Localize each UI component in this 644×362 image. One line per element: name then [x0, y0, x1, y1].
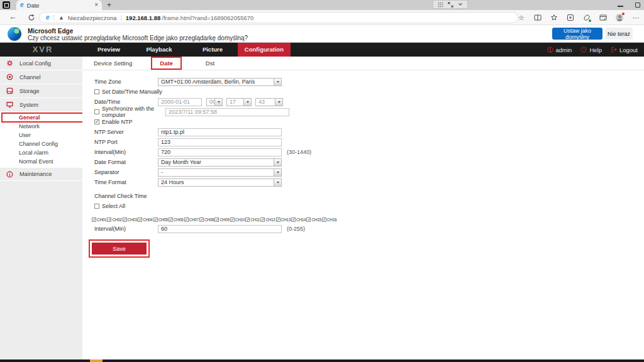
ch15-checkbox[interactable] — [306, 217, 311, 222]
ch10-checkbox[interactable] — [230, 217, 235, 222]
sidebar-item-maintenance[interactable]: Maintenance — [0, 167, 82, 181]
channel-checkbox-item[interactable]: CH14 — [291, 217, 306, 222]
channel-checkbox-item[interactable]: CH12 — [260, 217, 275, 222]
ch12-checkbox[interactable] — [260, 217, 265, 222]
expand-icon[interactable] — [448, 2, 453, 8]
computer-time-input[interactable] — [165, 108, 289, 116]
channel-checkbox-item[interactable]: CH07 — [184, 217, 199, 222]
nav-picture[interactable]: Picture — [197, 43, 228, 57]
collections-icon[interactable] — [566, 13, 575, 22]
ch07-checkbox[interactable] — [184, 217, 189, 222]
ch01-checkbox[interactable] — [92, 217, 96, 222]
security-label[interactable]: Niezabezpieczona — [68, 14, 117, 21]
ch14-checkbox[interactable] — [291, 217, 296, 222]
time-zone-select[interactable]: GMT+01:00 Amsterdam, Berlin, Paris — [158, 78, 282, 86]
minute-select[interactable]: 17 — [226, 98, 252, 106]
sync-computer-row: Synchronize with the computer — [92, 107, 337, 117]
new-tab-icon[interactable]: + — [107, 1, 111, 9]
ch08-checkbox[interactable] — [199, 217, 204, 222]
browser-tab[interactable]: e Date × — [16, 0, 102, 10]
close-icon[interactable]: × — [94, 2, 98, 8]
default-browser-notification: Microsoft Edge Czy chcesz ustawić przegl… — [0, 25, 644, 43]
channel-check-time-label: Channel Check Time — [94, 193, 147, 199]
channel-checkbox-item[interactable]: CH05 — [153, 217, 168, 222]
header-session: admin ? Help Logout — [547, 43, 638, 57]
ntp-server-input[interactable] — [158, 128, 282, 136]
more-icon[interactable]: ⋯ — [631, 13, 640, 22]
select-all-checkbox[interactable] — [94, 204, 99, 209]
favorites-icon[interactable] — [550, 13, 558, 22]
ch09-checkbox[interactable] — [214, 217, 219, 222]
split-screen-icon[interactable] — [533, 13, 542, 22]
save-button[interactable]: Save — [92, 243, 147, 255]
nav-playback[interactable]: Playback — [141, 43, 177, 57]
chevron-down-icon[interactable] — [458, 2, 463, 7]
channel-checkbox-item[interactable]: CH06 — [169, 217, 183, 222]
browser-essentials-icon[interactable] — [582, 13, 591, 22]
not-now-button[interactable]: Nie teraz — [605, 28, 633, 40]
channel-checkbox-item[interactable]: CH08 — [199, 217, 214, 222]
tab-date[interactable]: Date — [151, 57, 182, 70]
date-input[interactable] — [158, 98, 202, 106]
tab-actions-icon[interactable] — [3, 1, 10, 9]
sidebar-item-local-alarm[interactable]: Local Alarm — [0, 148, 82, 157]
refresh-icon[interactable] — [28, 14, 35, 21]
ch13-checkbox[interactable] — [276, 217, 280, 222]
set-default-button[interactable]: Ustaw jako domyślny — [552, 28, 602, 40]
profile-avatar[interactable] — [615, 13, 624, 22]
tab-device-setting[interactable]: Device Setting — [85, 57, 141, 70]
enable-ntp-checkbox[interactable] — [94, 119, 99, 124]
second-select[interactable]: 43 — [255, 98, 283, 106]
sidebar-item-general[interactable]: General — [0, 113, 82, 122]
sidebar-item-channel-config[interactable]: Channel Config — [0, 140, 82, 148]
separator-select[interactable]: - — [158, 168, 282, 177]
minimize-icon[interactable] — [618, 6, 623, 7]
ch06-checkbox[interactable] — [169, 217, 173, 222]
ntp-port-input[interactable] — [158, 138, 282, 146]
star-icon[interactable]: ☆ — [517, 13, 526, 22]
url-host[interactable]: 192.168.1.88 — [126, 14, 160, 21]
sidebar-item-system[interactable]: System — [0, 98, 82, 112]
nav-preview[interactable]: Preview — [92, 43, 126, 57]
channel-checkbox-item[interactable]: CH09 — [214, 217, 229, 222]
channel-checkbox-item[interactable]: CH01 — [92, 217, 106, 222]
sidebar-item-network[interactable]: Network — [0, 122, 82, 131]
set-manual-checkbox[interactable] — [94, 89, 99, 94]
ch16-checkbox[interactable] — [322, 217, 326, 222]
channel-checkbox-item[interactable]: CH10 — [230, 217, 245, 222]
tab-dst[interactable]: Dst — [197, 57, 223, 70]
sidebar-item-local-config[interactable]: Local Config — [0, 57, 82, 70]
date-format-select[interactable]: Day Month Year — [158, 158, 282, 167]
sidebar-item-normal-event[interactable]: Normal Event — [0, 157, 82, 166]
ch05-checkbox[interactable] — [153, 217, 158, 222]
nav-configuration[interactable]: Configuration — [238, 43, 291, 57]
channel-checkbox-item[interactable]: CH02 — [107, 217, 121, 222]
sync-computer-checkbox[interactable] — [94, 109, 99, 114]
interval2-input[interactable] — [158, 225, 282, 233]
hour-select[interactable]: 00 — [206, 98, 223, 106]
capture-widget[interactable] — [433, 0, 468, 9]
ch02-checkbox[interactable] — [107, 217, 111, 222]
channel-checkbox-item[interactable]: CH13 — [276, 217, 291, 222]
logout-button[interactable]: Logout — [611, 47, 638, 53]
channel-checkbox-item[interactable]: CH11 — [245, 217, 260, 222]
address-bar[interactable]: e | ▲ Niezabezpieczona | 192.168.1.88/fr… — [39, 12, 518, 23]
sidebar-item-user[interactable]: User — [0, 131, 82, 140]
ch03-checkbox[interactable] — [123, 217, 127, 222]
ch04-checkbox[interactable] — [138, 217, 142, 222]
ie-mode-icon[interactable]: e — [46, 14, 50, 21]
restore-icon[interactable] — [635, 3, 640, 8]
help-button[interactable]: ? Help — [580, 47, 602, 53]
browser-tools-icon[interactable] — [599, 13, 608, 22]
ch11-checkbox[interactable] — [245, 217, 250, 222]
interval-input[interactable] — [158, 148, 282, 156]
channel-checkbox-item[interactable]: CH16 — [322, 217, 336, 222]
back-icon[interactable]: ← — [9, 12, 17, 21]
sidebar-item-channel[interactable]: Channel — [0, 70, 82, 84]
channel-checkbox-item[interactable]: CH04 — [138, 217, 152, 222]
channel-checkbox-item[interactable]: CH03 — [123, 217, 137, 222]
channel-checkbox-item[interactable]: CH15 — [306, 217, 321, 222]
time-format-select[interactable]: 24 Hours — [158, 178, 282, 187]
sidebar-item-storage[interactable]: Storage — [0, 84, 82, 98]
app-logo: XVR — [30, 43, 55, 57]
